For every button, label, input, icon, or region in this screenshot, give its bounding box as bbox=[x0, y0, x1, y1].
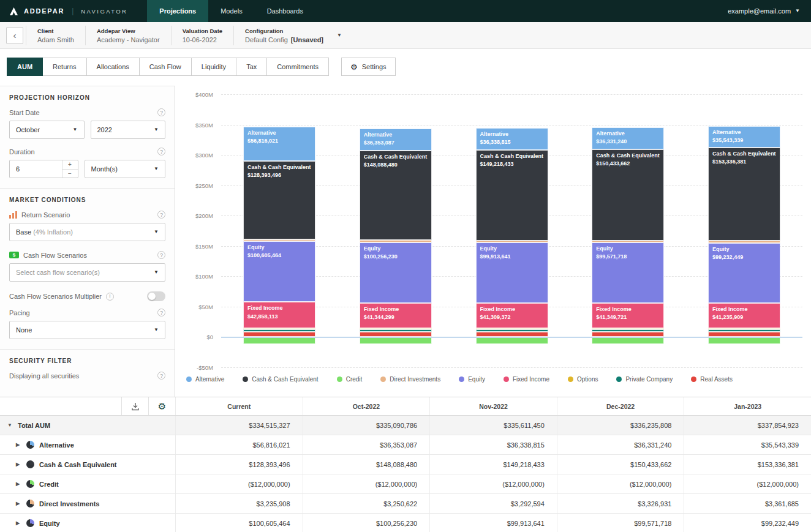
legend-dot bbox=[459, 377, 464, 382]
tab-tax[interactable]: Tax bbox=[236, 58, 267, 76]
bar-segment-cash-cash-equivalent-jan-2023[interactable]: Cash & Cash Equivalent$153,336,381 bbox=[708, 148, 780, 241]
legend-item-direct-investments[interactable]: Direct Investments bbox=[380, 376, 440, 383]
row-label-equity[interactable]: ▶Equity bbox=[0, 514, 175, 532]
configuration-dropdown-button[interactable]: ▼ bbox=[334, 31, 344, 40]
settings-button[interactable]: ⚙ Settings bbox=[341, 58, 395, 76]
bar-segment-equity-current[interactable]: Equity$100,605,464 bbox=[243, 241, 315, 302]
bar-segment-equity-oct-2022[interactable]: Equity$100,256,230 bbox=[360, 242, 432, 303]
column-header-oct-2022[interactable]: Oct-2022 bbox=[303, 397, 430, 415]
column-header-current[interactable]: Current bbox=[175, 397, 303, 415]
bar-segment-alternative-jan-2023[interactable]: Alternative$35,543,339 bbox=[708, 126, 780, 148]
bar-segment-real-assets-oct-2022[interactable] bbox=[360, 332, 432, 337]
legend-item-cash-cash-equivalent[interactable]: Cash & Cash Equivalent bbox=[243, 376, 318, 383]
caret-right-icon[interactable]: ▶ bbox=[16, 501, 21, 506]
start-month-select[interactable]: October ▼ bbox=[9, 121, 85, 139]
legend-item-real-assets[interactable]: Real Assets bbox=[691, 376, 733, 383]
legend-item-credit[interactable]: Credit bbox=[337, 376, 363, 383]
help-icon[interactable]: ? bbox=[157, 372, 165, 380]
help-icon[interactable]: ? bbox=[157, 211, 165, 219]
table-cell-total-aum-oct-2022: $335,090,786 bbox=[303, 416, 430, 435]
chevron-down-icon: ▼ bbox=[154, 167, 159, 171]
download-button[interactable] bbox=[121, 397, 148, 415]
bar-segment-cash-cash-equivalent-dec-2022[interactable]: Cash & Cash Equivalent$150,433,662 bbox=[592, 149, 664, 241]
legend-label: Fixed Income bbox=[513, 376, 549, 383]
column-header-dec-2022[interactable]: Dec-2022 bbox=[557, 397, 684, 415]
bar-segment-real-assets-jan-2023[interactable] bbox=[708, 332, 780, 337]
stepper-decrement-button[interactable]: − bbox=[62, 170, 78, 178]
tab-returns[interactable]: Returns bbox=[42, 58, 87, 76]
duration-stepper[interactable]: 6 + − bbox=[9, 160, 78, 178]
user-menu[interactable]: example@email.com ▼ bbox=[728, 7, 811, 15]
help-icon[interactable]: ? bbox=[157, 251, 165, 259]
caret-right-icon[interactable]: ▶ bbox=[16, 462, 21, 467]
column-header-nov-2022[interactable]: Nov-2022 bbox=[429, 397, 557, 415]
bar-segment-alternative-dec-2022[interactable]: Alternative$36,331,240 bbox=[592, 127, 664, 149]
bar-segment-equity-nov-2022[interactable]: Equity$99,913,641 bbox=[476, 242, 548, 303]
bar-segment-alternative-oct-2022[interactable]: Alternative$36,353,087 bbox=[360, 129, 432, 151]
bar-segment-fixed-income-current[interactable]: Fixed Income$42,858,113 bbox=[243, 302, 315, 328]
caret-right-icon[interactable]: ▶ bbox=[16, 520, 21, 526]
y-axis-tick: $300M bbox=[175, 152, 213, 159]
row-label-alternative[interactable]: ▶Alternative bbox=[0, 435, 175, 454]
pacing-select[interactable]: None ▼ bbox=[9, 321, 165, 339]
bar-segment-fixed-income-dec-2022[interactable]: Fixed Income$41,349,721 bbox=[592, 303, 664, 328]
tab-allocations[interactable]: Allocations bbox=[86, 58, 140, 76]
return-scenario-select[interactable]: Base (4% Inflation) ▼ bbox=[9, 223, 165, 241]
tab-commitments[interactable]: Commitments bbox=[266, 58, 329, 76]
valuation-date-label: Valuation Date bbox=[183, 28, 222, 34]
nav-item-dashboards[interactable]: Dashboards bbox=[255, 0, 315, 22]
gridline bbox=[221, 125, 802, 126]
multiplier-toggle[interactable] bbox=[147, 291, 165, 301]
caret-right-icon[interactable]: ▶ bbox=[16, 481, 21, 487]
nav-item-models[interactable]: Models bbox=[208, 0, 254, 22]
bar-segment-equity-jan-2023[interactable]: Equity$99,232,449 bbox=[708, 243, 780, 303]
tab-aum[interactable]: AUM bbox=[7, 58, 43, 76]
row-label-cash-cash-equivalent[interactable]: ▶Cash & Cash Equivalent bbox=[0, 455, 175, 474]
tab-cash-flow[interactable]: Cash Flow bbox=[139, 58, 192, 76]
back-button[interactable]: ‹ bbox=[6, 27, 23, 44]
bar-segment-real-assets-dec-2022[interactable] bbox=[592, 332, 664, 337]
info-icon[interactable]: ! bbox=[106, 293, 114, 301]
bar-segment-fixed-income-nov-2022[interactable]: Fixed Income$41,309,372 bbox=[476, 303, 548, 328]
bar-segment-label: Equity$100,605,464 bbox=[244, 242, 315, 261]
bar-segment-cash-cash-equivalent-nov-2022[interactable]: Cash & Cash Equivalent$149,218,433 bbox=[476, 150, 548, 241]
bar-segment-equity-dec-2022[interactable]: Equity$99,571,718 bbox=[592, 242, 664, 303]
bar-segment-cash-cash-equivalent-current[interactable]: Cash & Cash Equivalent$128,393,496 bbox=[243, 161, 315, 239]
return-scenario-label: Return Scenario bbox=[21, 211, 70, 219]
column-header-jan-2023[interactable]: Jan-2023 bbox=[684, 397, 811, 415]
nav-item-projections[interactable]: Projections bbox=[147, 0, 208, 22]
duration-unit-select[interactable]: Month(s) ▼ bbox=[85, 160, 166, 178]
bar-segment-real-assets-current[interactable] bbox=[243, 332, 315, 337]
bar-segment-label: Alternative$36,338,815 bbox=[477, 129, 548, 148]
stepper-increment-button[interactable]: + bbox=[62, 160, 78, 170]
table-row-alternative: ▶Alternative$56,816,021$36,353,087$36,33… bbox=[0, 435, 811, 455]
help-icon[interactable]: ? bbox=[157, 309, 165, 317]
help-icon[interactable]: ? bbox=[157, 108, 165, 116]
addepar-logo-icon bbox=[9, 7, 19, 16]
tab-liquidity[interactable]: Liquidity bbox=[191, 58, 236, 76]
legend-item-alternative[interactable]: Alternative bbox=[186, 376, 224, 383]
table-settings-button[interactable]: ⚙ bbox=[148, 397, 175, 415]
row-label-credit[interactable]: ▶Credit bbox=[0, 474, 175, 493]
caret-down-icon[interactable]: ▼ bbox=[7, 422, 13, 428]
bar-segment-real-assets-nov-2022[interactable] bbox=[476, 332, 548, 337]
caret-right-icon[interactable]: ▶ bbox=[16, 442, 21, 448]
bar-segment-cash-cash-equivalent-oct-2022[interactable]: Cash & Cash Equivalent$148,088,480 bbox=[360, 151, 432, 241]
help-icon[interactable]: ? bbox=[157, 148, 165, 155]
table-cell-alternative-nov-2022: $36,338,815 bbox=[429, 435, 557, 454]
start-year-select[interactable]: 2022 ▼ bbox=[91, 121, 166, 139]
brand[interactable]: ADDEPAR | NAVIGATOR bbox=[0, 7, 134, 16]
row-label-direct-investments[interactable]: ▶Direct Investments bbox=[0, 494, 175, 513]
bar-segment-alternative-nov-2022[interactable]: Alternative$36,338,815 bbox=[476, 128, 548, 150]
legend-label: Real Assets bbox=[700, 376, 733, 383]
chevron-down-icon: ▼ bbox=[154, 270, 159, 275]
legend-item-options[interactable]: Options bbox=[568, 376, 598, 383]
legend-item-fixed-income[interactable]: Fixed Income bbox=[504, 376, 549, 383]
bar-segment-fixed-income-jan-2023[interactable]: Fixed Income$41,235,909 bbox=[708, 303, 780, 328]
row-label-total-aum[interactable]: ▼Total AUM bbox=[0, 416, 175, 435]
legend-item-private-company[interactable]: Private Company bbox=[616, 376, 673, 383]
bar-segment-fixed-income-oct-2022[interactable]: Fixed Income$41,344,299 bbox=[360, 303, 432, 328]
cash-flow-scenarios-select[interactable]: Select cash flow scenario(s) ▼ bbox=[9, 263, 165, 282]
legend-item-equity[interactable]: Equity bbox=[459, 376, 485, 383]
bar-segment-alternative-current[interactable]: Alternative$56,816,021 bbox=[243, 127, 315, 161]
